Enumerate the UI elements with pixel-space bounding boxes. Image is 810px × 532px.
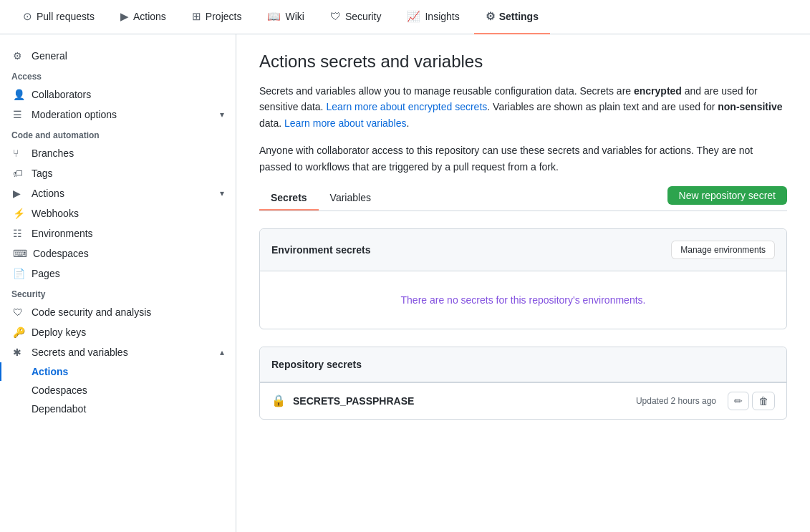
env-secrets-empty: There are no secrets for this repository… [260, 271, 786, 329]
sidebar-section-security: Security [0, 284, 236, 302]
settings-icon: ⚙ [486, 10, 495, 23]
sidebar: ⚙ General Access 👤 Collaborators ☰ Moder… [0, 34, 236, 532]
codespaces-icon: ⌨ [13, 248, 27, 259]
nav-item-actions[interactable]: ▶ Actions [109, 0, 178, 34]
nav-item-pull-requests[interactable]: ⊙ Pull requests [11, 0, 106, 34]
manage-environments-button[interactable]: Manage environments [671, 241, 775, 259]
secret-edit-button[interactable]: ✏ [728, 392, 749, 410]
secret-name: SECRETS_PASSPHRASE [293, 395, 636, 407]
sidebar-item-general[interactable]: ⚙ General [0, 46, 236, 66]
moderation-icon: ☰ [13, 109, 26, 120]
nav-item-insights[interactable]: 📈 Insights [395, 0, 471, 34]
sidebar-item-code-security[interactable]: 🛡 Code security and analysis [0, 302, 236, 322]
secret-delete-button[interactable]: 🗑 [752, 392, 775, 410]
pages-icon: 📄 [13, 268, 26, 279]
sidebar-subitem-dependabot[interactable]: Dependabot [0, 400, 236, 418]
page-title: Actions secrets and variables [259, 52, 787, 72]
tab-variables[interactable]: Variables [319, 186, 382, 211]
actions-nav-icon: ▶ [120, 10, 129, 23]
secret-updated: Updated 2 hours ago [636, 396, 716, 406]
secret-row: 🔒 SECRETS_PASSPHRASE Updated 2 hours ago… [260, 382, 786, 419]
env-secrets-title: Environment secrets [271, 244, 371, 256]
sidebar-item-branches[interactable]: ⑂ Branches [0, 143, 236, 163]
environment-secrets-section: Environment secrets Manage environments … [259, 228, 787, 329]
wiki-icon: 📖 [267, 10, 281, 23]
sidebar-item-secrets-variables[interactable]: ✱ Secrets and variables ▴ [0, 342, 236, 362]
secrets-icon: ✱ [13, 347, 26, 358]
nav-item-settings[interactable]: ⚙ Settings [474, 0, 550, 34]
sidebar-subitem-codespaces[interactable]: Codespaces [0, 381, 236, 400]
tags-icon: 🏷 [13, 168, 26, 179]
sidebar-item-codespaces[interactable]: ⌨ Codespaces [0, 243, 236, 263]
environments-icon: ☷ [13, 228, 26, 239]
nav-item-projects[interactable]: ⊞ Projects [180, 0, 254, 34]
sidebar-section-code-automation: Code and automation [0, 125, 236, 143]
env-secrets-header: Environment secrets Manage environments [260, 229, 786, 271]
new-repository-secret-button[interactable]: New repository secret [667, 186, 787, 205]
repo-secrets-header: Repository secrets [260, 347, 786, 382]
webhooks-icon: ⚡ [13, 208, 26, 219]
variables-link[interactable]: Learn more about variables [284, 117, 406, 129]
code-security-icon: 🛡 [13, 306, 26, 318]
sidebar-item-pages[interactable]: 📄 Pages [0, 263, 236, 284]
sidebar-item-webhooks[interactable]: ⚡ Webhooks [0, 203, 236, 223]
main-content: Actions secrets and variables Secrets an… [236, 34, 810, 532]
general-icon: ⚙ [13, 50, 26, 62]
top-nav: ⊙ Pull requests ▶ Actions ⊞ Projects 📖 W… [0, 0, 810, 34]
description-line2: Anyone with collaborator access to this … [259, 142, 787, 175]
actions-chevron-icon: ▾ [220, 188, 224, 198]
moderation-chevron-icon: ▾ [220, 110, 224, 120]
projects-icon: ⊞ [192, 10, 201, 23]
tabs: Secrets Variables [259, 186, 382, 210]
sidebar-item-deploy-keys[interactable]: 🔑 Deploy keys [0, 322, 236, 342]
sidebar-item-actions[interactable]: ▶ Actions ▾ [0, 183, 236, 203]
repo-secrets-title: Repository secrets [271, 359, 362, 370]
sidebar-item-collaborators[interactable]: 👤 Collaborators [0, 84, 236, 105]
sidebar-item-moderation[interactable]: ☰ Moderation options ▾ [0, 105, 236, 125]
sidebar-section-access: Access [0, 66, 236, 84]
branches-icon: ⑂ [13, 147, 26, 159]
tab-secrets[interactable]: Secrets [259, 186, 319, 211]
secrets-chevron-icon: ▴ [220, 347, 224, 357]
collaborators-icon: 👤 [13, 89, 26, 100]
actions-sidebar-icon: ▶ [13, 188, 26, 199]
deploy-keys-icon: 🔑 [13, 327, 26, 338]
encrypted-secrets-link[interactable]: Learn more about encrypted secrets [326, 101, 487, 112]
insights-icon: 📈 [407, 10, 420, 23]
pull-requests-icon: ⊙ [23, 10, 32, 23]
secret-lock-icon: 🔒 [271, 394, 286, 407]
sidebar-item-tags[interactable]: 🏷 Tags [0, 163, 236, 183]
sidebar-subitem-actions[interactable]: Actions [0, 362, 236, 381]
sidebar-item-environments[interactable]: ☷ Environments [0, 223, 236, 243]
description-block: Secrets and variables allow you to manag… [259, 83, 787, 131]
security-nav-icon: 🛡 [330, 10, 341, 22]
nav-item-security[interactable]: 🛡 Security [319, 0, 393, 34]
tabs-row: Secrets Variables New repository secret [259, 186, 787, 211]
repository-secrets-section: Repository secrets 🔒 SECRETS_PASSPHRASE … [259, 347, 787, 420]
nav-item-wiki[interactable]: 📖 Wiki [256, 0, 315, 34]
